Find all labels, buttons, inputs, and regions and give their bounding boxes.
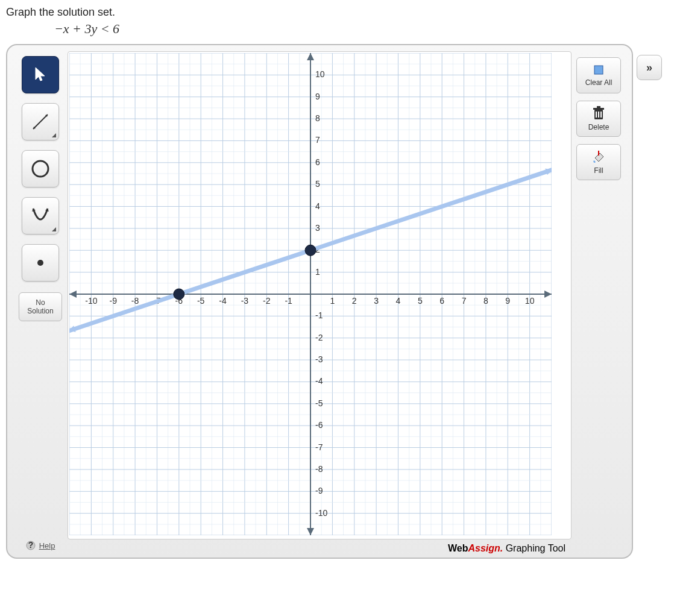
trash-icon bbox=[592, 106, 605, 121]
circle-icon bbox=[28, 157, 52, 181]
svg-marker-103 bbox=[307, 53, 314, 60]
parabola-tool-button[interactable] bbox=[22, 197, 59, 234]
expand-icon: » bbox=[646, 61, 652, 74]
svg-marker-101 bbox=[544, 291, 552, 298]
svg-marker-102 bbox=[69, 291, 77, 298]
svg-rect-152 bbox=[596, 112, 597, 118]
help-link[interactable]: Help bbox=[39, 541, 55, 550]
dropdown-indicator-icon bbox=[52, 227, 56, 231]
svg-rect-155 bbox=[593, 108, 604, 110]
graphing-tool-frame: No Solution ? Help -10-9-8-7-6-5-4-3-2-1… bbox=[6, 44, 633, 559]
svg-point-6 bbox=[37, 260, 43, 266]
svg-text:-10: -10 bbox=[85, 296, 97, 306]
svg-text:6: 6 bbox=[315, 157, 320, 167]
svg-marker-104 bbox=[307, 528, 314, 535]
fill-label: Fill bbox=[594, 166, 603, 175]
svg-text:4: 4 bbox=[315, 201, 320, 211]
cursor-icon bbox=[33, 66, 48, 83]
brand-part2: Assign. bbox=[468, 543, 503, 553]
svg-rect-156 bbox=[597, 106, 600, 108]
expand-button[interactable]: » bbox=[637, 55, 662, 80]
svg-text:-4: -4 bbox=[219, 296, 227, 306]
no-solution-label-1: No bbox=[36, 298, 45, 307]
svg-text:-1: -1 bbox=[285, 296, 292, 306]
svg-text:3: 3 bbox=[315, 223, 320, 233]
svg-text:?: ? bbox=[28, 541, 33, 550]
point-tool-button[interactable] bbox=[22, 244, 59, 281]
svg-text:-6: -6 bbox=[315, 420, 323, 430]
svg-text:8: 8 bbox=[315, 113, 320, 123]
clear-all-icon bbox=[593, 64, 605, 76]
equation-text: −x + 3y < 6 bbox=[54, 21, 668, 37]
svg-text:-9: -9 bbox=[110, 296, 118, 306]
svg-text:4: 4 bbox=[396, 296, 401, 306]
svg-text:-5: -5 bbox=[197, 296, 205, 306]
svg-rect-153 bbox=[598, 112, 599, 118]
svg-text:-3: -3 bbox=[241, 296, 249, 306]
brand-footer: WebAssign. Graphing Tool bbox=[68, 539, 572, 554]
svg-rect-150 bbox=[594, 66, 603, 74]
point-icon bbox=[28, 251, 52, 275]
help-link-wrap: ? Help bbox=[24, 532, 58, 554]
svg-text:-2: -2 bbox=[263, 296, 271, 306]
svg-point-3 bbox=[33, 161, 48, 177]
svg-text:-1: -1 bbox=[315, 310, 323, 320]
svg-point-148 bbox=[174, 289, 184, 300]
svg-text:1: 1 bbox=[315, 267, 320, 277]
fill-icon bbox=[591, 149, 606, 164]
fill-button[interactable]: Fill bbox=[576, 144, 621, 180]
svg-text:3: 3 bbox=[374, 296, 379, 306]
circle-tool-button[interactable] bbox=[22, 150, 59, 187]
svg-text:6: 6 bbox=[439, 296, 444, 306]
svg-text:8: 8 bbox=[483, 296, 488, 306]
svg-text:7: 7 bbox=[462, 296, 467, 306]
dropdown-indicator-icon bbox=[52, 133, 56, 137]
svg-text:2: 2 bbox=[352, 296, 357, 306]
svg-text:10: 10 bbox=[525, 296, 535, 306]
no-solution-label-2: Solution bbox=[27, 307, 53, 315]
clear-all-button[interactable]: Clear All bbox=[576, 57, 621, 93]
svg-text:-5: -5 bbox=[315, 398, 323, 408]
line-icon bbox=[28, 110, 52, 134]
svg-text:-8: -8 bbox=[131, 296, 139, 306]
svg-point-149 bbox=[305, 245, 316, 256]
clear-all-label: Clear All bbox=[585, 78, 613, 87]
svg-line-0 bbox=[33, 115, 48, 129]
svg-text:9: 9 bbox=[315, 92, 320, 101]
select-tool-button[interactable] bbox=[22, 56, 59, 93]
svg-text:9: 9 bbox=[505, 296, 510, 306]
delete-label: Delete bbox=[588, 123, 609, 131]
line-tool-button[interactable] bbox=[22, 103, 59, 140]
svg-text:5: 5 bbox=[418, 296, 423, 306]
svg-text:-7: -7 bbox=[315, 442, 323, 452]
svg-rect-154 bbox=[600, 112, 602, 118]
svg-text:-4: -4 bbox=[315, 376, 323, 386]
svg-text:1: 1 bbox=[330, 296, 335, 306]
svg-text:-8: -8 bbox=[315, 464, 323, 474]
graph-canvas[interactable]: -10-9-8-7-6-5-4-3-2-112345678910-10-9-8-… bbox=[68, 51, 572, 539]
svg-text:5: 5 bbox=[315, 179, 320, 189]
right-toolbar: Clear All Delete Fill bbox=[572, 51, 626, 554]
help-icon: ? bbox=[26, 541, 36, 550]
brand-part1: Web bbox=[448, 543, 468, 553]
no-solution-button[interactable]: No Solution bbox=[19, 292, 62, 321]
svg-text:-10: -10 bbox=[315, 508, 327, 518]
instruction-text: Graph the solution set. bbox=[6, 6, 668, 19]
svg-text:-9: -9 bbox=[315, 486, 323, 495]
svg-rect-157 bbox=[598, 151, 599, 156]
svg-text:10: 10 bbox=[315, 69, 325, 79]
svg-text:-2: -2 bbox=[315, 333, 323, 342]
delete-button[interactable]: Delete bbox=[576, 101, 621, 137]
svg-text:-3: -3 bbox=[315, 354, 323, 364]
brand-tail: Graphing Tool bbox=[503, 543, 565, 553]
svg-text:7: 7 bbox=[315, 135, 320, 145]
parabola-icon bbox=[28, 204, 52, 228]
left-toolbar: No Solution ? Help bbox=[13, 51, 68, 554]
